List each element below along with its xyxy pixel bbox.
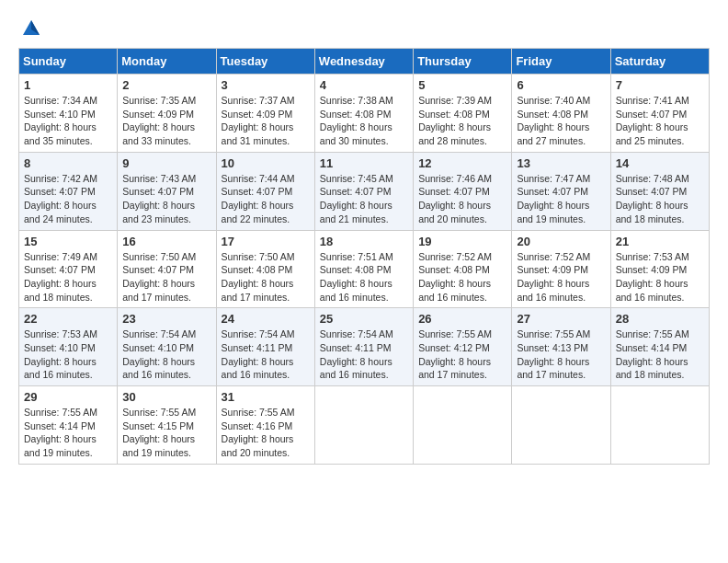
page-container: SundayMondayTuesdayWednesdayThursdayFrid…: [18, 18, 710, 465]
day-cell: 30Sunrise: 7:55 AMSunset: 4:15 PMDayligh…: [118, 386, 216, 465]
day-number: 10: [222, 156, 310, 170]
logo: [18, 18, 41, 39]
day-cell: 26Sunrise: 7:55 AMSunset: 4:12 PMDayligh…: [414, 308, 512, 386]
day-info: Sunrise: 7:55 AMSunset: 4:14 PMDaylight:…: [616, 327, 704, 382]
column-header-tuesday: Tuesday: [216, 49, 314, 75]
day-info: Sunrise: 7:38 AMSunset: 4:08 PMDaylight:…: [320, 94, 408, 148]
day-number: 13: [517, 156, 605, 170]
day-info: Sunrise: 7:55 AMSunset: 4:14 PMDaylight:…: [24, 406, 112, 460]
logo-icon: [21, 18, 41, 39]
day-number: 19: [418, 235, 506, 248]
day-number: 23: [122, 312, 210, 326]
day-info: Sunrise: 7:49 AMSunset: 4:07 PMDaylight:…: [24, 250, 112, 304]
day-number: 5: [418, 78, 506, 92]
day-number: 21: [616, 235, 704, 248]
day-cell: 5Sunrise: 7:39 AMSunset: 4:08 PMDaylight…: [414, 75, 512, 153]
day-cell: 21Sunrise: 7:53 AMSunset: 4:09 PMDayligh…: [610, 230, 709, 308]
header-row: SundayMondayTuesdayWednesdayThursdayFrid…: [19, 49, 710, 75]
week-row-3: 15Sunrise: 7:49 AMSunset: 4:07 PMDayligh…: [19, 230, 710, 308]
day-number: 28: [616, 312, 704, 326]
day-number: 2: [122, 78, 210, 92]
day-number: 22: [24, 312, 112, 326]
column-header-sunday: Sunday: [19, 49, 118, 75]
day-info: Sunrise: 7:53 AMSunset: 4:09 PMDaylight:…: [616, 250, 704, 304]
day-number: 11: [320, 156, 408, 170]
day-cell: 1Sunrise: 7:34 AMSunset: 4:10 PMDaylight…: [19, 75, 118, 153]
day-cell: 29Sunrise: 7:55 AMSunset: 4:14 PMDayligh…: [19, 386, 118, 465]
day-info: Sunrise: 7:54 AMSunset: 4:11 PMDaylight:…: [320, 327, 408, 382]
day-cell: 20Sunrise: 7:52 AMSunset: 4:09 PMDayligh…: [512, 230, 610, 308]
day-cell: 28Sunrise: 7:55 AMSunset: 4:14 PMDayligh…: [610, 308, 709, 386]
day-cell: 25Sunrise: 7:54 AMSunset: 4:11 PMDayligh…: [314, 308, 413, 386]
day-cell: 15Sunrise: 7:49 AMSunset: 4:07 PMDayligh…: [19, 230, 118, 308]
day-number: 31: [222, 390, 310, 404]
day-cell: 9Sunrise: 7:43 AMSunset: 4:07 PMDaylight…: [118, 152, 216, 230]
day-info: Sunrise: 7:47 AMSunset: 4:07 PMDaylight:…: [517, 172, 605, 226]
day-number: 12: [418, 156, 506, 170]
day-cell: 7Sunrise: 7:41 AMSunset: 4:07 PMDaylight…: [610, 75, 709, 153]
column-header-monday: Monday: [118, 49, 216, 75]
day-info: Sunrise: 7:51 AMSunset: 4:08 PMDaylight:…: [320, 250, 408, 304]
day-cell: 23Sunrise: 7:54 AMSunset: 4:10 PMDayligh…: [118, 308, 216, 386]
day-cell: [314, 386, 413, 465]
day-number: 26: [418, 312, 506, 326]
day-info: Sunrise: 7:53 AMSunset: 4:10 PMDaylight:…: [24, 327, 112, 382]
day-info: Sunrise: 7:45 AMSunset: 4:07 PMDaylight:…: [320, 172, 408, 226]
week-row-5: 29Sunrise: 7:55 AMSunset: 4:14 PMDayligh…: [19, 386, 710, 465]
day-info: Sunrise: 7:55 AMSunset: 4:12 PMDaylight:…: [418, 327, 506, 382]
day-cell: 11Sunrise: 7:45 AMSunset: 4:07 PMDayligh…: [314, 152, 413, 230]
day-cell: 3Sunrise: 7:37 AMSunset: 4:09 PMDaylight…: [216, 75, 314, 153]
day-number: 8: [24, 156, 112, 170]
day-info: Sunrise: 7:55 AMSunset: 4:16 PMDaylight:…: [222, 406, 310, 460]
day-info: Sunrise: 7:52 AMSunset: 4:09 PMDaylight:…: [517, 250, 605, 304]
day-cell: [512, 386, 610, 465]
day-info: Sunrise: 7:39 AMSunset: 4:08 PMDaylight:…: [418, 94, 506, 148]
day-info: Sunrise: 7:55 AMSunset: 4:15 PMDaylight:…: [122, 406, 210, 460]
day-info: Sunrise: 7:37 AMSunset: 4:09 PMDaylight:…: [222, 94, 310, 148]
day-info: Sunrise: 7:44 AMSunset: 4:07 PMDaylight:…: [222, 172, 310, 226]
day-number: 30: [122, 390, 210, 404]
day-cell: 27Sunrise: 7:55 AMSunset: 4:13 PMDayligh…: [512, 308, 610, 386]
day-info: Sunrise: 7:50 AMSunset: 4:08 PMDaylight:…: [222, 250, 310, 304]
day-cell: [610, 386, 709, 465]
day-number: 24: [222, 312, 310, 326]
day-cell: 2Sunrise: 7:35 AMSunset: 4:09 PMDaylight…: [118, 75, 216, 153]
day-info: Sunrise: 7:43 AMSunset: 4:07 PMDaylight:…: [122, 172, 210, 226]
week-row-4: 22Sunrise: 7:53 AMSunset: 4:10 PMDayligh…: [19, 308, 710, 386]
day-info: Sunrise: 7:52 AMSunset: 4:08 PMDaylight:…: [418, 250, 506, 304]
day-info: Sunrise: 7:48 AMSunset: 4:07 PMDaylight:…: [616, 172, 704, 226]
day-cell: 16Sunrise: 7:50 AMSunset: 4:07 PMDayligh…: [118, 230, 216, 308]
day-number: 7: [616, 78, 704, 92]
day-number: 14: [616, 156, 704, 170]
day-number: 20: [517, 235, 605, 248]
day-cell: 4Sunrise: 7:38 AMSunset: 4:08 PMDaylight…: [314, 75, 413, 153]
day-cell: 22Sunrise: 7:53 AMSunset: 4:10 PMDayligh…: [19, 308, 118, 386]
day-number: 9: [122, 156, 210, 170]
day-number: 18: [320, 235, 408, 248]
day-cell: 17Sunrise: 7:50 AMSunset: 4:08 PMDayligh…: [216, 230, 314, 308]
day-info: Sunrise: 7:42 AMSunset: 4:07 PMDaylight:…: [24, 172, 112, 226]
day-info: Sunrise: 7:34 AMSunset: 4:10 PMDaylight:…: [24, 94, 112, 148]
day-number: 27: [517, 312, 605, 326]
column-header-friday: Friday: [512, 49, 610, 75]
day-number: 29: [24, 390, 112, 404]
column-header-wednesday: Wednesday: [314, 49, 413, 75]
day-cell: 13Sunrise: 7:47 AMSunset: 4:07 PMDayligh…: [512, 152, 610, 230]
day-number: 25: [320, 312, 408, 326]
column-header-thursday: Thursday: [414, 49, 512, 75]
week-row-2: 8Sunrise: 7:42 AMSunset: 4:07 PMDaylight…: [19, 152, 710, 230]
day-cell: 18Sunrise: 7:51 AMSunset: 4:08 PMDayligh…: [314, 230, 413, 308]
day-info: Sunrise: 7:55 AMSunset: 4:13 PMDaylight:…: [517, 327, 605, 382]
header: [18, 18, 710, 39]
day-info: Sunrise: 7:54 AMSunset: 4:10 PMDaylight:…: [122, 327, 210, 382]
day-cell: 19Sunrise: 7:52 AMSunset: 4:08 PMDayligh…: [414, 230, 512, 308]
day-cell: 12Sunrise: 7:46 AMSunset: 4:07 PMDayligh…: [414, 152, 512, 230]
day-number: 3: [222, 78, 310, 92]
day-cell: 10Sunrise: 7:44 AMSunset: 4:07 PMDayligh…: [216, 152, 314, 230]
day-cell: 8Sunrise: 7:42 AMSunset: 4:07 PMDaylight…: [19, 152, 118, 230]
day-number: 16: [122, 235, 210, 248]
day-info: Sunrise: 7:41 AMSunset: 4:07 PMDaylight:…: [616, 94, 704, 148]
day-info: Sunrise: 7:46 AMSunset: 4:07 PMDaylight:…: [418, 172, 506, 226]
day-info: Sunrise: 7:50 AMSunset: 4:07 PMDaylight:…: [122, 250, 210, 304]
day-info: Sunrise: 7:35 AMSunset: 4:09 PMDaylight:…: [122, 94, 210, 148]
